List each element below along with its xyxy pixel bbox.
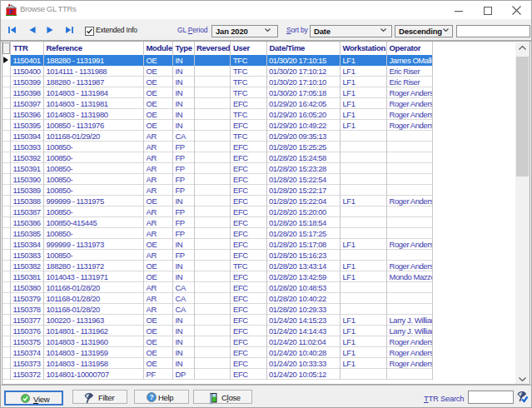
svg-text:?: ? — [150, 393, 154, 401]
svg-text:F: F — [9, 8, 13, 16]
